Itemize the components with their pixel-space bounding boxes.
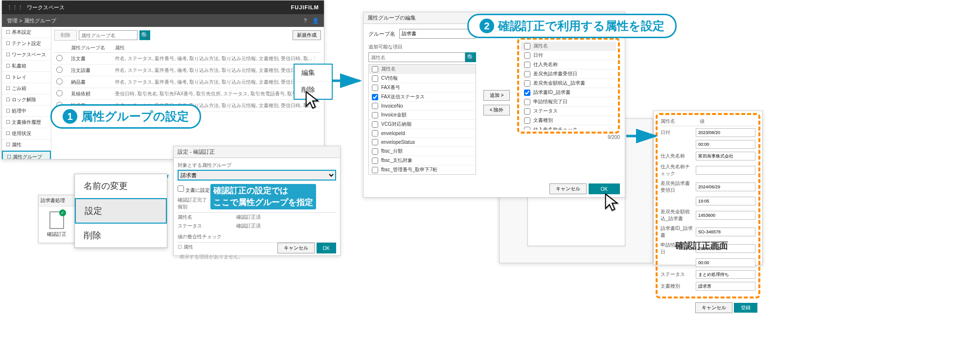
label-target-group: 対象とする属性グループ [178, 162, 336, 169]
ok-button[interactable]: OK [317, 243, 336, 253]
sidebar-item[interactable]: ☐ 処理中 [2, 106, 51, 117]
table-row[interactable]: 納品書件名, ステータス, 案件番号, 備考, 取り込み方法, 取り込み元情報,… [54, 76, 321, 88]
title-bar: ⋮⋮⋮ ワークスペース FUJIFILM [2, 0, 324, 14]
list-item[interactable]: 属性名 [521, 42, 616, 51]
cancel-button[interactable]: キャンセル [277, 243, 315, 253]
menu-rename[interactable]: 名前の変更 [75, 174, 167, 198]
list-item[interactable]: ステータス [521, 107, 616, 116]
callout-2-num: 2 [479, 19, 494, 33]
included-list[interactable]: 属性名日付仕入先名称差戻先請求書受領日差戻先金額税込_請求書請求書ID_請求書申… [521, 42, 616, 130]
user-icon[interactable]: 👤 [312, 18, 319, 23]
property-row: 文書種別 [661, 282, 755, 291]
sidebar-item[interactable]: ☐ 使用状況 [2, 128, 51, 139]
document-icon: ✓ [49, 211, 64, 229]
sidebar-item[interactable]: ☐ 私書箱 [2, 61, 51, 72]
main-panel: 削除 🔍 新規作成 属性グループ名 属性 注文書件名, ステータス, 案件番号,… [51, 27, 324, 159]
cancel-button-5[interactable]: キャンセル [695, 302, 732, 313]
list-item[interactable]: FAX送信ステータス [369, 92, 476, 102]
list-item[interactable]: CV情報 [369, 74, 476, 83]
property-input[interactable] [696, 166, 755, 175]
callout-1-num: 1 [63, 109, 77, 124]
menu-delete2[interactable]: 削除 [75, 224, 167, 248]
counter: 9/200 [517, 135, 620, 140]
sidebar-item[interactable]: ☐ 基本設定 [2, 27, 51, 38]
property-input[interactable] [696, 270, 755, 279]
groupname-label: グループ名 [368, 30, 395, 38]
property-row: 差戻先金額税込_請求書 [661, 208, 755, 222]
list-item[interactable]: VCG対応納期 [369, 120, 476, 129]
list-item[interactable]: Invoice金額 [369, 111, 476, 120]
list-item[interactable]: 日付 [521, 51, 616, 60]
callout-1: 1 属性グループの設定 [50, 104, 201, 129]
property-row: 請求書ID_請求書 [661, 225, 755, 239]
search-button[interactable]: 🔍 [139, 30, 150, 40]
help-icon[interactable]: ? [304, 18, 307, 23]
sidebar: ☐ 基本設定☐ テナント設定☐ ワークスペース☐ 私書箱☐ トレイ☐ ごみ箱☐ … [2, 27, 51, 159]
tile-context-menu: 名前の変更 設定 削除 [74, 174, 167, 248]
list-item[interactable]: FAX番号 [369, 83, 476, 92]
list-item[interactable]: 請求書ID_請求書 [521, 88, 616, 97]
attr-search-input[interactable] [368, 52, 465, 62]
more-icon[interactable]: ⋮ [312, 56, 319, 61]
list-item[interactable]: 仕入先名称 [521, 60, 616, 69]
new-button[interactable]: 新規作成 [293, 30, 321, 40]
list-item[interactable]: envelopeStatus [369, 138, 476, 147]
list-item[interactable]: fbsc_分類 [369, 147, 476, 156]
property-input[interactable] [696, 128, 755, 137]
breadcrumb-bar: 管理 > 属性グループ ? 👤 [2, 14, 324, 27]
th-attrs: 属性 [115, 45, 319, 51]
register-button[interactable]: 登録 [734, 303, 757, 313]
property-row: 仕入先名称チェック [661, 163, 755, 177]
delete-button[interactable]: 削除 [54, 30, 77, 41]
sidebar-item[interactable]: ☐ ごみ箱 [2, 83, 51, 94]
brand-logo: FUJIFILM [291, 4, 319, 10]
table-row[interactable]: 見積依頼受信日時, 取引先名, 取引先FAX番号, 取引先住所, ステータス, … [54, 88, 321, 100]
add-button[interactable]: 追加 > [483, 90, 510, 101]
table-row[interactable]: 注文書件名, ステータス, 案件番号, 備考, 取り込み方法, 取り込み元情報,… [54, 53, 321, 65]
attr-search-button[interactable]: 🔍 [465, 52, 476, 62]
list-item[interactable]: 申請情報完了日 [521, 97, 616, 107]
th-name: 属性グループ名 [71, 45, 115, 51]
cancel-button-3[interactable]: キャンセル [549, 183, 587, 194]
callout-2: 2 確認訂正で利用する属性を設定 [467, 14, 677, 38]
sidebar-item[interactable]: ☐ 文書操作履歴 [2, 117, 51, 128]
available-list[interactable]: 属性名CV情報FAX番号FAX送信ステータスInvoiceNoInvoice金額… [368, 64, 476, 175]
group-select[interactable]: 請求書 [178, 170, 336, 181]
remove-button[interactable]: < 除外 [483, 105, 510, 115]
property-input[interactable] [696, 182, 755, 191]
panel5-caption: 確認訂正画面 [675, 240, 728, 251]
property-row: ステータス [661, 270, 755, 279]
left-head: 追加可能な項目 [368, 44, 476, 50]
sidebar-item[interactable]: ☐ テナント設定 [2, 38, 51, 49]
groupname-input[interactable] [399, 29, 476, 39]
process-tile: 請求書処理 ✓ 確認訂正 [38, 195, 75, 243]
list-item[interactable]: InvoiceNo [369, 102, 476, 111]
list-item[interactable]: 仕入先名称チェック [521, 125, 616, 130]
sidebar-item[interactable]: ☐ 属性 [2, 139, 51, 151]
search-input[interactable] [79, 30, 137, 40]
menu-icon[interactable]: ⋮⋮⋮ [7, 4, 23, 11]
list-item[interactable]: fbsc_支払対象 [369, 156, 476, 165]
property-row: 差戻先請求書受領日 [661, 180, 755, 194]
list-item[interactable]: 文書種別 [521, 116, 616, 125]
inherit-checkbox[interactable] [178, 185, 184, 192]
list-item[interactable]: envelopeId [369, 129, 476, 138]
property-input[interactable] [696, 228, 755, 236]
list-item[interactable]: 差戻先金額税込_請求書 [521, 79, 616, 88]
cursor-icon [305, 91, 320, 110]
workspace-window: ⋮⋮⋮ ワークスペース FUJIFILM 管理 > 属性グループ ? 👤 ☐ 基… [1, 0, 324, 160]
list-item[interactable]: 属性名 [369, 65, 476, 74]
property-input[interactable] [696, 211, 755, 220]
sidebar-item[interactable]: ☐ ロック解除 [2, 94, 51, 106]
property-input[interactable] [696, 152, 755, 160]
list-item[interactable]: 差戻先請求書受領日 [521, 69, 616, 79]
sidebar-item[interactable]: ☐ 属性グループ [2, 151, 51, 159]
menu-edit[interactable]: 編集 [295, 65, 332, 82]
list-item[interactable]: fbsc_管理番号_取申下7桁 [369, 165, 476, 175]
property-input[interactable] [696, 282, 755, 291]
table-row[interactable]: 注文請書件名, ステータス, 案件番号, 備考, 取り込み方法, 取り込み元情報… [54, 65, 321, 76]
sidebar-item[interactable]: ☐ ワークスペース [2, 49, 51, 61]
menu-settings[interactable]: 設定 [75, 198, 167, 224]
breadcrumb: 管理 > 属性グループ [7, 17, 56, 24]
sidebar-item[interactable]: ☐ トレイ [2, 72, 51, 83]
